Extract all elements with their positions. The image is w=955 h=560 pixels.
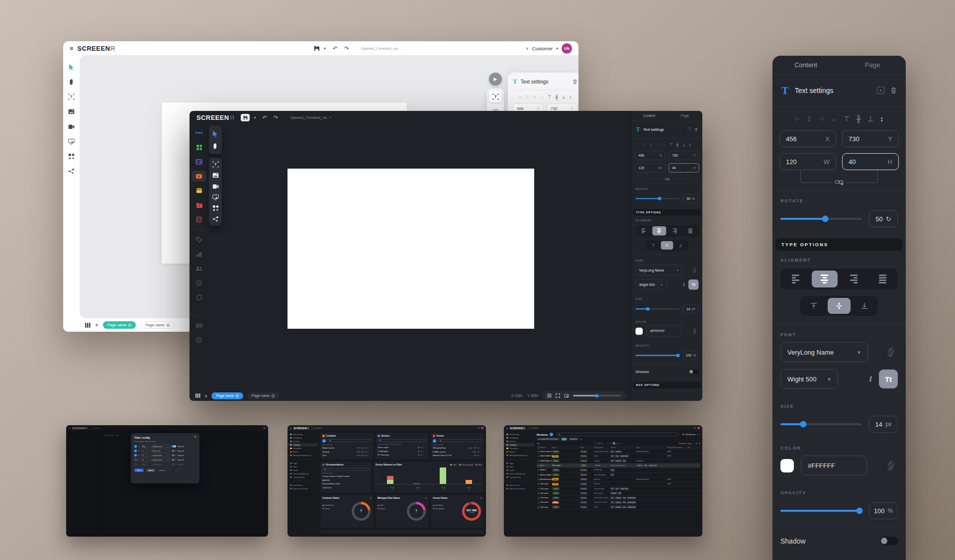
sidebar-item[interactable]: Fast Pairing bbox=[504, 433, 535, 436]
opacity-slider[interactable] bbox=[780, 510, 862, 512]
text-tool[interactable] bbox=[68, 93, 76, 100]
filter-set-chip[interactable]: ⊞Loaded Filter Set Name bbox=[537, 438, 560, 441]
color-swatch[interactable] bbox=[636, 327, 643, 335]
checkbox[interactable]: ✓ bbox=[134, 454, 137, 457]
sidebar-item[interactable]: Sys Devices bbox=[287, 483, 318, 487]
connector-tool[interactable] bbox=[68, 168, 76, 175]
uppercase-button[interactable]: Tt bbox=[688, 280, 698, 289]
row-checkbox[interactable] bbox=[538, 465, 540, 467]
rotate-slider[interactable] bbox=[780, 218, 862, 220]
sidebar-item[interactable]: Managed Datasources bbox=[287, 454, 318, 457]
align-icon[interactable]: ⊤ bbox=[669, 143, 673, 147]
media-icon[interactable] bbox=[191, 156, 206, 167]
sidebar-item[interactable]: Managed Datasources bbox=[504, 454, 535, 457]
align-icon[interactable]: ⊤ bbox=[844, 115, 850, 123]
sidebar-item[interactable]: Contents bbox=[287, 443, 318, 447]
row-checkbox[interactable] bbox=[538, 502, 540, 504]
clear-font-style-icon[interactable] bbox=[885, 347, 896, 358]
negate-toggle[interactable] bbox=[172, 463, 176, 466]
table-row[interactable]: ▤⊞□⋮ WXG FullHD Samsung 55... ✎ Online P… bbox=[537, 454, 700, 459]
sidebar-item[interactable]: Dashboard bbox=[287, 436, 318, 440]
field-select[interactable]: config.status×∨ bbox=[151, 445, 171, 448]
align-center-button[interactable] bbox=[812, 271, 838, 287]
page-number[interactable]: 3 bbox=[613, 442, 615, 445]
history-icon[interactable] bbox=[191, 278, 206, 288]
text-tool[interactable] bbox=[212, 161, 219, 168]
redo-icon[interactable]: ↷ bbox=[274, 114, 278, 121]
pages-grid-icon[interactable] bbox=[195, 393, 200, 398]
undo-icon[interactable]: ↶ bbox=[333, 45, 337, 52]
valign-top-button[interactable] bbox=[802, 298, 825, 314]
clear-font-style-icon[interactable] bbox=[691, 267, 697, 273]
thumbnail-devices-table[interactable]: ≡ SCREEENR ∨ Customer ⚙ Fast PairingDash… bbox=[504, 425, 702, 537]
database-icon[interactable] bbox=[191, 214, 206, 225]
sidebar-item[interactable]: Sites bbox=[504, 465, 535, 468]
align-icon[interactable]: ‡ bbox=[807, 115, 811, 123]
dimension-input[interactable]: 456X bbox=[635, 151, 666, 160]
thumbnail-dashboard[interactable]: ≡ SCREEENR ∨ Customer ⚙ Fast PairingDash… bbox=[287, 425, 486, 537]
align-icon[interactable]: ╫ bbox=[555, 94, 558, 99]
grid-view-icon[interactable] bbox=[547, 393, 552, 398]
negate-toggle[interactable] bbox=[172, 454, 176, 457]
lock-aspect-icon[interactable] bbox=[833, 179, 846, 185]
align-icon[interactable]: ⊥ bbox=[867, 115, 873, 123]
search-input[interactable] bbox=[322, 468, 370, 471]
sidebar-item[interactable]: Tags bbox=[287, 462, 318, 465]
shadow-toggle[interactable] bbox=[880, 537, 898, 545]
page-number[interactable]: 4 bbox=[616, 442, 618, 445]
search-input[interactable] bbox=[327, 439, 372, 442]
table-row[interactable]: ▤⊞□⋮ Test name ✎ Online Pending Content … bbox=[537, 486, 700, 491]
sidebar-item[interactable]: Sys Devices bbox=[504, 483, 535, 487]
valign-bottom-button[interactable] bbox=[853, 298, 876, 314]
reset-rotation-icon[interactable]: ↻ bbox=[886, 215, 891, 223]
table-row[interactable]: ▤⊞□⋮ Test name ✎ Online Pending Portrait… bbox=[537, 496, 700, 500]
row-checkbox[interactable] bbox=[538, 460, 540, 462]
list-item[interactable]: 5" WinTablet▤⊞□⋮ bbox=[378, 450, 427, 454]
dashboard-icon[interactable] bbox=[191, 142, 206, 153]
row-checkbox[interactable] bbox=[538, 483, 540, 485]
sidebar-item[interactable]: Sites bbox=[287, 465, 318, 468]
dimension-input[interactable]: 40H bbox=[842, 153, 899, 170]
preview-play-button[interactable]: ▶ bbox=[489, 73, 502, 86]
tab-content[interactable]: Content bbox=[631, 111, 667, 121]
italic-button[interactable]: I bbox=[683, 282, 684, 287]
align-justify-button[interactable] bbox=[870, 271, 896, 287]
table-row[interactable]: ▤⊞□⋮ Test name ✎ Offline Pending Dynamic… bbox=[537, 500, 700, 505]
thumbnail-filter-config[interactable]: ≡ SCREEENR ∨ Customer Devices ⚙ Filter c… bbox=[66, 425, 268, 537]
valign-middle-button[interactable] bbox=[828, 298, 851, 314]
row-checkbox[interactable] bbox=[538, 474, 540, 476]
columns-icon[interactable]: ⊞ bbox=[696, 443, 697, 445]
dimension-input[interactable]: 456X bbox=[779, 130, 836, 147]
checkbox[interactable]: ✓ bbox=[134, 463, 137, 466]
italic-button[interactable]: I bbox=[869, 375, 872, 383]
field-select[interactable]: config.status∨ bbox=[151, 463, 171, 466]
page-number[interactable]: 2 bbox=[610, 442, 612, 445]
row-checkbox[interactable] bbox=[538, 492, 540, 494]
page-tab-active[interactable]: Page name bbox=[103, 321, 136, 329]
align-icon[interactable]: ⊢ bbox=[643, 143, 647, 147]
list-item[interactable]: Call Center bbox=[322, 486, 370, 490]
artboard[interactable] bbox=[287, 169, 534, 329]
operator-select[interactable]: Any∨ bbox=[141, 445, 149, 448]
refresh-icon[interactable]: ↻ bbox=[370, 497, 372, 499]
color-input[interactable]: #FFFFFF bbox=[801, 456, 867, 475]
dimension-input[interactable]: 730Y bbox=[842, 130, 899, 147]
search-input[interactable] bbox=[438, 439, 482, 442]
more-apps-icon[interactable] bbox=[191, 127, 206, 138]
shapes-tool[interactable] bbox=[212, 205, 219, 211]
add-device-button[interactable]: + bbox=[550, 433, 553, 436]
search-input[interactable] bbox=[378, 439, 427, 442]
align-icon[interactable]: ╫ bbox=[856, 115, 861, 123]
cancel-button[interactable]: Cancel bbox=[158, 468, 166, 472]
tags-icon[interactable] bbox=[191, 234, 206, 245]
row-checkbox[interactable] bbox=[538, 506, 540, 508]
field-select[interactable]: config.status×∨ bbox=[151, 458, 171, 462]
operator-select[interactable]: And∨ bbox=[141, 463, 149, 466]
operator-select[interactable]: =∨ bbox=[141, 449, 149, 453]
filter-settings-icon[interactable]: ⚙ bbox=[580, 438, 582, 441]
tab-page[interactable]: Page bbox=[667, 111, 702, 121]
rotate-slider[interactable] bbox=[636, 198, 679, 199]
tag-chip[interactable]: Test bbox=[561, 438, 567, 441]
table-row[interactable]: ▤⊞□⋮ Test name ✎ Online Pending Long Con… bbox=[537, 464, 700, 468]
schedule-icon[interactable] bbox=[191, 185, 206, 196]
